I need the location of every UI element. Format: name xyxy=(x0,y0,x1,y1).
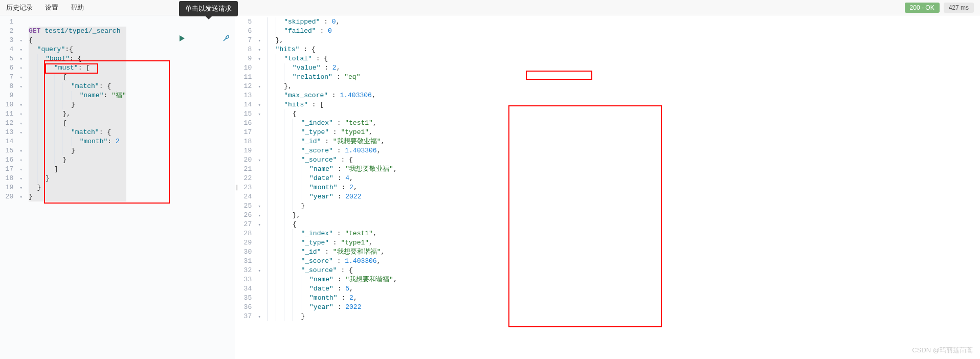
status-time-badge: 427 ms xyxy=(944,3,974,13)
topbar: 历史记录 设置 帮助 单击以发送请求 200 - OK 427 ms xyxy=(0,0,980,15)
response-gutter: 5 6 7 ▾8 ▾9 ▾10 11 12 ▾13 14 ▾15 ▾16 17 … xyxy=(238,15,264,323)
request-pane[interactable]: 1 2 3 ▾4 ▾5 ▾6 ▾7 ▾8 ▾9 10 ▾11 ▾12 ▾13 ▾… xyxy=(0,15,235,359)
annotation-value-box xyxy=(526,71,592,80)
menu-history[interactable]: 历史记录 xyxy=(6,3,33,12)
editor-panes: 1 2 3 ▾4 ▾5 ▾6 ▾7 ▾8 ▾9 10 ▾11 ▾12 ▾13 ▾… xyxy=(0,15,980,359)
wrench-icon[interactable] xyxy=(190,27,230,52)
run-toolbar xyxy=(146,27,230,52)
send-request-tooltip: 单击以发送请求 xyxy=(179,1,238,16)
status-ok-badge: 200 - OK xyxy=(905,3,940,13)
watermark: CSDN @玛丽莲茼蒿 xyxy=(912,346,973,355)
response-code: "skipped" : 0, "failed" : 0 }, "hits" : … xyxy=(267,15,397,323)
request-gutter: 1 2 3 ▾4 ▾5 ▾6 ▾7 ▾8 ▾9 10 ▾11 ▾12 ▾13 ▾… xyxy=(0,15,26,204)
annotation-hits-box xyxy=(508,105,662,327)
menu-help[interactable]: 帮助 xyxy=(71,3,84,12)
response-pane[interactable]: 5 6 7 ▾8 ▾9 ▾10 11 12 ▾13 14 ▾15 ▾16 17 … xyxy=(238,15,980,359)
menu-settings[interactable]: 设置 xyxy=(45,3,58,12)
request-code[interactable]: GET test1/type1/_search{ "query":{ "bool… xyxy=(29,15,126,204)
status-bar: 200 - OK 427 ms xyxy=(905,3,974,13)
play-icon[interactable] xyxy=(146,27,186,52)
